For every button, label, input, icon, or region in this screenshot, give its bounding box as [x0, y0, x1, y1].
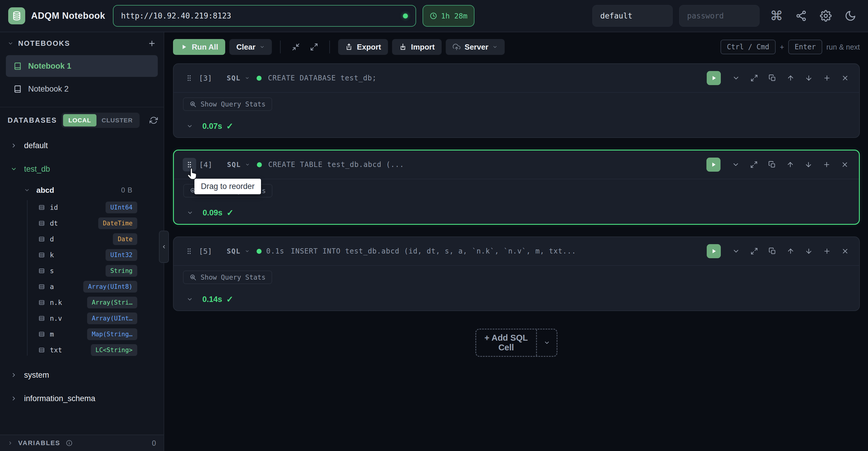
- sidebar-collapse-handle[interactable]: [159, 231, 169, 263]
- play-icon: [710, 161, 717, 168]
- cell-actions: [706, 157, 852, 172]
- refresh-databases-button[interactable]: [150, 116, 158, 124]
- add-cell-below-button[interactable]: [819, 157, 834, 172]
- run-cell-button[interactable]: [707, 244, 721, 258]
- import-button[interactable]: Import: [392, 39, 442, 55]
- collapse-cell-button[interactable]: [729, 244, 743, 258]
- plus-icon: [823, 161, 831, 169]
- db-name: default: [24, 141, 48, 150]
- delete-cell-button[interactable]: [838, 244, 852, 258]
- cell-code-preview[interactable]: INSERT INTO test_db.abcd (id, dt, s, a, …: [291, 247, 576, 255]
- column-row-id[interactable]: id UInt64: [6, 200, 157, 215]
- column-row-s[interactable]: s String: [6, 263, 157, 279]
- duplicate-cell-button[interactable]: [765, 157, 779, 172]
- add-sql-cell-button[interactable]: + Add SQL Cell: [475, 329, 557, 357]
- result-collapse-icon[interactable]: [186, 123, 193, 129]
- move-cell-down-button[interactable]: [801, 157, 815, 172]
- column-row-a[interactable]: a Array(UInt8): [6, 279, 157, 295]
- share-button[interactable]: [794, 9, 808, 23]
- sidebar-item-notebook-1[interactable]: Notebook 1: [6, 55, 158, 77]
- cell-language-select[interactable]: SQL: [227, 74, 250, 82]
- add-cell-below-button[interactable]: [820, 71, 834, 85]
- db-node-information-schema[interactable]: information_schema: [6, 387, 157, 410]
- move-cell-down-button[interactable]: [802, 244, 816, 258]
- cell-index: [3]: [199, 74, 212, 83]
- column-row-k[interactable]: k UInt32: [6, 247, 157, 263]
- theme-toggle-button[interactable]: [843, 9, 858, 23]
- collapse-cell-button[interactable]: [729, 157, 743, 172]
- table-column-icon: [38, 236, 45, 243]
- cell-index: [4]: [199, 160, 212, 169]
- column-row-txt[interactable]: txt LC<String>: [6, 342, 157, 358]
- cell-code-preview[interactable]: CREATE DATABASE test_db;: [268, 74, 377, 82]
- drag-handle[interactable]: [182, 244, 196, 258]
- clear-button[interactable]: Clear: [229, 39, 272, 55]
- cell-language-select[interactable]: SQL: [227, 247, 250, 255]
- cell-status-dot: [257, 162, 262, 167]
- export-button[interactable]: Export: [338, 39, 388, 55]
- variables-section[interactable]: VARIABLES 0: [0, 434, 164, 451]
- cell-result-row: 0.09s ✓: [183, 207, 849, 218]
- mouse-cursor-hand: [184, 167, 200, 182]
- run-all-button[interactable]: Run All: [173, 39, 225, 55]
- run-cell-button[interactable]: [706, 157, 720, 172]
- delete-cell-button[interactable]: [838, 71, 852, 85]
- command-menu-button[interactable]: ⌘: [770, 9, 783, 23]
- show-query-stats-button[interactable]: Show Query Stats: [183, 271, 272, 284]
- column-row-dt[interactable]: dt DateTime: [6, 215, 157, 231]
- password-input[interactable]: [679, 5, 760, 27]
- drag-dots-icon: [185, 74, 193, 82]
- sidebar-item-notebook-2[interactable]: Notebook 2: [6, 78, 158, 100]
- expand-cell-button[interactable]: [747, 157, 761, 172]
- kbd-ctrl-cmd: Ctrl / Cmd: [720, 40, 776, 54]
- notebook-label: Notebook 2: [28, 85, 69, 94]
- collapse-cell-button[interactable]: [729, 71, 743, 85]
- server-url-input[interactable]: [121, 11, 398, 20]
- cell-code-preview[interactable]: CREATE TABLE test_db.abcd (...: [268, 160, 404, 169]
- expand-cell-button[interactable]: [747, 71, 761, 85]
- notebook-main: Run All Clear Export Import: [164, 32, 868, 451]
- refresh-icon: [150, 116, 158, 124]
- result-collapse-icon[interactable]: [186, 296, 193, 303]
- chevron-down-icon: [544, 339, 550, 346]
- username-input[interactable]: [592, 5, 673, 27]
- db-node-default[interactable]: default: [6, 134, 157, 157]
- add-cell-below-button[interactable]: [820, 244, 834, 258]
- move-cell-up-button[interactable]: [783, 244, 798, 258]
- cell-language-select[interactable]: SQL: [227, 161, 250, 169]
- column-row-nk[interactable]: n.k Array(Stri…: [6, 295, 157, 310]
- cell-header: [4] SQL CREATE TABLE test_db.abcd (...: [174, 151, 859, 179]
- result-collapse-icon[interactable]: [187, 210, 193, 216]
- add-cell-type-dropdown[interactable]: [536, 330, 557, 356]
- db-node-test-db[interactable]: test_db: [6, 157, 157, 181]
- notebooks-section-header[interactable]: NOTEBOOKS: [0, 32, 164, 48]
- drag-handle[interactable]: [182, 71, 196, 85]
- column-row-d[interactable]: d Date: [6, 231, 157, 247]
- expand-cell-button[interactable]: [747, 244, 761, 258]
- run-cell-button[interactable]: [707, 71, 721, 85]
- local-toggle-button[interactable]: LOCAL: [63, 114, 96, 126]
- column-type-badge: String: [105, 265, 137, 277]
- duplicate-cell-button[interactable]: [765, 71, 779, 85]
- show-query-stats-button[interactable]: Show Query Stats: [183, 97, 272, 111]
- table-column-icon: [38, 251, 45, 259]
- duplicate-cell-button[interactable]: [765, 244, 779, 258]
- cell-list: [3] SQL CREATE DATABASE test_db;: [173, 63, 860, 357]
- delete-cell-button[interactable]: [838, 157, 852, 172]
- db-node-system[interactable]: system: [6, 363, 157, 387]
- table-node-abcd[interactable]: abcd 0 B: [6, 181, 157, 200]
- move-cell-up-button[interactable]: [783, 71, 798, 85]
- collapse-all-cells-button[interactable]: [289, 40, 303, 54]
- column-row-m[interactable]: m Map(String…: [6, 326, 157, 342]
- settings-button[interactable]: [819, 9, 833, 23]
- server-button[interactable]: Server: [446, 39, 505, 55]
- column-list: id UInt64 dt DateTime d Date k UInt32: [6, 200, 157, 358]
- databases-title: DATABASES: [8, 116, 57, 124]
- column-row-nv[interactable]: n.v Array(UInt…: [6, 310, 157, 326]
- expand-all-cells-button[interactable]: [307, 40, 321, 54]
- server-url-field: [113, 5, 416, 27]
- move-cell-up-button[interactable]: [783, 157, 797, 172]
- cluster-toggle-button[interactable]: CLUSTER: [96, 114, 138, 126]
- add-notebook-button[interactable]: [148, 39, 156, 48]
- move-cell-down-button[interactable]: [802, 71, 816, 85]
